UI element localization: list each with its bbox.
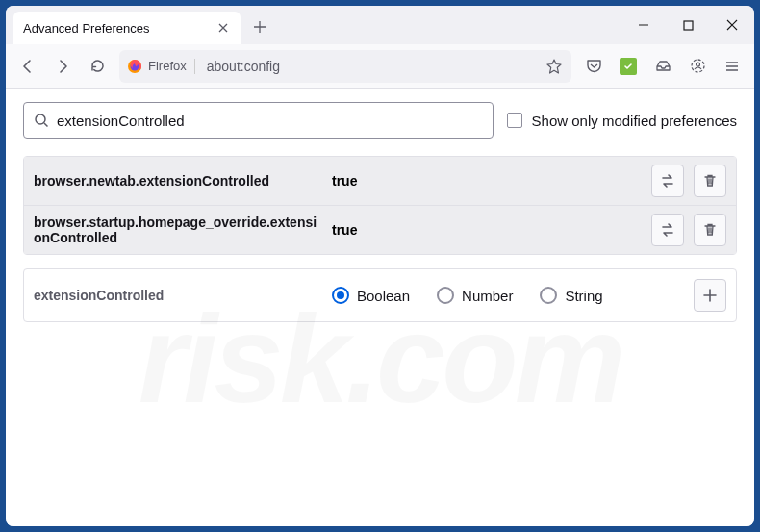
- url-text: about:config: [201, 59, 535, 74]
- radio-icon: [332, 287, 349, 304]
- preference-value: true: [332, 173, 642, 189]
- reset-button[interactable]: [694, 165, 726, 197]
- radio-boolean[interactable]: Boolean: [332, 287, 410, 304]
- new-tab-button[interactable]: [244, 12, 275, 42]
- inbox-button[interactable]: [646, 50, 679, 83]
- toggle-button[interactable]: [651, 214, 684, 246]
- pocket-button[interactable]: [577, 50, 610, 83]
- new-preference-name: extensionControlled: [34, 288, 322, 303]
- identity-label: Firefox: [148, 59, 187, 73]
- preference-name: browser.newtab.extensionControlled: [34, 173, 322, 189]
- search-input-value: extensionControlled: [57, 113, 185, 129]
- trash-icon: [702, 173, 718, 189]
- extension-button[interactable]: [612, 50, 645, 83]
- trash-icon: [702, 222, 718, 238]
- toggle-button[interactable]: [651, 165, 684, 197]
- checkbox-icon: [507, 113, 522, 128]
- radio-label: Number: [462, 288, 513, 304]
- svg-point-4: [696, 63, 699, 66]
- preferences-list: browser.newtab.extensionControlled true …: [23, 156, 737, 255]
- swap-icon: [659, 221, 676, 239]
- extension-icon: [620, 58, 637, 75]
- navigation-toolbar: Firefox about:config: [6, 44, 754, 89]
- new-preference-row: extensionControlled Boolean Number Strin…: [24, 269, 736, 321]
- forward-button[interactable]: [46, 50, 79, 83]
- preference-value: true: [332, 222, 642, 238]
- radio-label: String: [565, 288, 602, 304]
- search-row: extensionControlled Show only modified p…: [23, 102, 737, 139]
- close-tab-icon[interactable]: [215, 20, 231, 36]
- tab-advanced-preferences[interactable]: Advanced Preferences: [13, 12, 241, 44]
- preference-search-box[interactable]: extensionControlled: [23, 102, 494, 139]
- type-radio-group: Boolean Number String: [332, 287, 684, 304]
- preference-row[interactable]: browser.startup.homepage_override.extens…: [24, 205, 736, 254]
- window-controls: [621, 6, 754, 44]
- show-modified-label: Show only modified preferences: [532, 113, 737, 129]
- plus-icon: [702, 288, 718, 303]
- minimize-button[interactable]: [621, 6, 666, 44]
- radio-icon: [540, 287, 557, 304]
- account-button[interactable]: [681, 50, 714, 83]
- page-content: risk.com extensionControlled Show only m…: [6, 89, 754, 526]
- identity-box[interactable]: Firefox: [127, 59, 195, 74]
- new-preference-box: extensionControlled Boolean Number Strin…: [23, 268, 737, 322]
- maximize-button[interactable]: [666, 6, 710, 44]
- radio-icon: [437, 287, 454, 304]
- svg-rect-0: [684, 21, 693, 30]
- swap-icon: [659, 172, 676, 190]
- svg-point-5: [36, 114, 45, 124]
- tab-title: Advanced Preferences: [23, 21, 210, 36]
- radio-number[interactable]: Number: [437, 287, 513, 304]
- back-button[interactable]: [12, 50, 44, 83]
- radio-string[interactable]: String: [540, 287, 602, 304]
- search-icon: [34, 113, 49, 128]
- reload-button[interactable]: [81, 50, 114, 83]
- add-preference-button[interactable]: [694, 279, 726, 312]
- reset-button[interactable]: [694, 214, 726, 246]
- menu-button[interactable]: [716, 50, 748, 83]
- preference-name: browser.startup.homepage_override.extens…: [34, 215, 322, 245]
- firefox-logo-icon: [127, 59, 142, 74]
- browser-window: Advanced Preferences: [6, 6, 754, 526]
- preference-row[interactable]: browser.newtab.extensionControlled true: [24, 157, 736, 205]
- url-bar[interactable]: Firefox about:config: [119, 50, 571, 83]
- radio-label: Boolean: [357, 288, 410, 304]
- bookmark-star-icon[interactable]: [541, 53, 568, 80]
- tab-bar: Advanced Preferences: [6, 6, 754, 44]
- show-modified-checkbox[interactable]: Show only modified preferences: [507, 113, 737, 129]
- close-window-button[interactable]: [710, 6, 754, 44]
